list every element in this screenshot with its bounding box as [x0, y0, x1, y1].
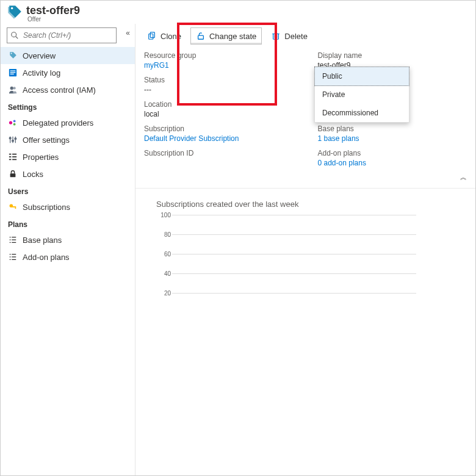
- prop-label: Location: [144, 99, 294, 109]
- svg-rect-25: [10, 173, 16, 177]
- search-icon: [10, 31, 19, 40]
- prop-label: Resource group: [144, 51, 294, 60]
- toolbar-label: Change state: [209, 32, 256, 41]
- clone-button[interactable]: Clone: [142, 27, 187, 45]
- svg-point-3: [11, 53, 12, 54]
- dropdown-item-public[interactable]: Public: [314, 67, 409, 86]
- prop-label: Subscription: [144, 124, 294, 134]
- prop-label: Base plans: [318, 124, 467, 134]
- svg-rect-19: [9, 154, 12, 155]
- nav-label: Subscriptions: [23, 203, 70, 212]
- nav-addon-plans[interactable]: Add-on plans: [1, 248, 135, 265]
- list-icon: [8, 235, 18, 245]
- nav-offer-settings[interactable]: Offer settings: [1, 131, 135, 148]
- svg-rect-43: [198, 35, 204, 39]
- nav-label: Overview: [23, 51, 56, 60]
- svg-rect-42: [150, 32, 154, 38]
- svg-rect-27: [12, 206, 16, 207]
- page-subtitle: Offer: [26, 16, 80, 23]
- page-header: test-offer9 Offer: [1, 1, 475, 24]
- offer-tag-icon: [7, 4, 23, 20]
- base-plans-link[interactable]: 1 base plans: [318, 134, 467, 143]
- activity-log-icon: [8, 68, 18, 78]
- svg-line-2: [16, 37, 18, 39]
- content-pane: Clone Change state Delete Resource group…: [135, 24, 475, 475]
- svg-rect-20: [12, 154, 16, 155]
- chart-gridline: [172, 273, 416, 274]
- delegated-icon: [8, 118, 18, 128]
- key-icon: [8, 202, 18, 212]
- svg-rect-28: [15, 207, 16, 209]
- nav-label: Locks: [23, 170, 43, 179]
- chart-gridline: [172, 293, 416, 294]
- svg-rect-41: [149, 34, 153, 40]
- nav-list: Overview Activity log Access control (IA…: [1, 47, 135, 265]
- clone-icon: [147, 31, 157, 41]
- prop-label: Add-on plans: [318, 148, 467, 158]
- page-title: test-offer9: [26, 4, 80, 16]
- properties-icon: [8, 152, 18, 162]
- change-state-button[interactable]: Change state: [190, 27, 262, 45]
- chart-area: Subscriptions created over the last week…: [135, 189, 475, 312]
- nav-base-plans[interactable]: Base plans: [1, 231, 135, 248]
- resource-group-link[interactable]: myRG1: [144, 60, 294, 70]
- collapse-properties-button[interactable]: ︽: [135, 173, 475, 184]
- svg-rect-7: [10, 74, 14, 74]
- toolbar-label: Clone: [160, 32, 181, 41]
- svg-rect-22: [12, 156, 16, 157]
- nav-subscriptions[interactable]: Subscriptions: [1, 198, 135, 215]
- prop-label: Subscription ID: [144, 148, 294, 158]
- nav-group-plans: Plans: [1, 215, 135, 231]
- chart: 20406080100: [154, 215, 416, 312]
- svg-rect-6: [10, 72, 16, 73]
- nav-activity-log[interactable]: Activity log: [1, 64, 135, 81]
- chart-tick: 40: [164, 270, 171, 277]
- chart-gridline: [172, 215, 416, 215]
- sidebar: « Overview Activity log Access co: [1, 24, 135, 475]
- svg-rect-23: [9, 159, 12, 160]
- svg-point-8: [10, 87, 13, 90]
- list-icon: [8, 252, 18, 262]
- change-state-dropdown: Public Private Decommissioned: [314, 67, 409, 123]
- chart-tick: 100: [160, 212, 171, 218]
- dropdown-item-private[interactable]: Private: [315, 85, 409, 104]
- addon-plans-link[interactable]: 0 add-on plans: [318, 158, 467, 168]
- nav-overview[interactable]: Overview: [1, 47, 135, 64]
- svg-rect-5: [10, 71, 16, 71]
- nav-locks[interactable]: Locks: [1, 165, 135, 182]
- svg-point-0: [11, 7, 13, 9]
- properties-grid: Resource group myRG1 Display name test-o…: [135, 48, 475, 173]
- prop-value: ---: [144, 85, 294, 95]
- svg-point-12: [13, 123, 16, 126]
- search-input[interactable]: [7, 27, 117, 43]
- prop-label: Display name: [318, 51, 467, 60]
- svg-point-9: [13, 87, 16, 89]
- subscription-link[interactable]: Default Provider Subscription: [144, 134, 294, 143]
- chart-title: Subscriptions created over the last week: [156, 200, 469, 209]
- prop-value: local: [144, 109, 294, 119]
- people-icon: [8, 85, 18, 95]
- delete-button[interactable]: Delete: [265, 27, 313, 45]
- nav-iam[interactable]: Access control (IAM): [1, 81, 135, 98]
- nav-group-settings: Settings: [1, 98, 135, 114]
- nav-label: Delegated providers: [23, 118, 93, 128]
- unlock-icon: [196, 31, 206, 41]
- nav-properties[interactable]: Properties: [1, 148, 135, 165]
- dropdown-item-decommissioned[interactable]: Decommissioned: [315, 104, 409, 122]
- nav-group-users: Users: [1, 182, 135, 198]
- nav-delegated-providers[interactable]: Delegated providers: [1, 114, 135, 131]
- svg-rect-24: [12, 159, 16, 160]
- chart-tick: 20: [164, 290, 171, 297]
- nav-label: Base plans: [23, 236, 62, 245]
- nav-label: Properties: [23, 153, 59, 162]
- lock-icon: [8, 169, 18, 179]
- chart-tick: 80: [164, 231, 171, 238]
- svg-point-17: [12, 140, 14, 142]
- nav-label: Activity log: [23, 68, 60, 78]
- toolbar: Clone Change state Delete: [135, 24, 475, 48]
- prop-label: Status: [144, 75, 294, 85]
- chart-yaxis: 20406080100: [154, 215, 172, 312]
- trash-icon: [271, 31, 281, 41]
- svg-point-18: [15, 138, 16, 140]
- nav-label: Access control (IAM): [23, 85, 96, 95]
